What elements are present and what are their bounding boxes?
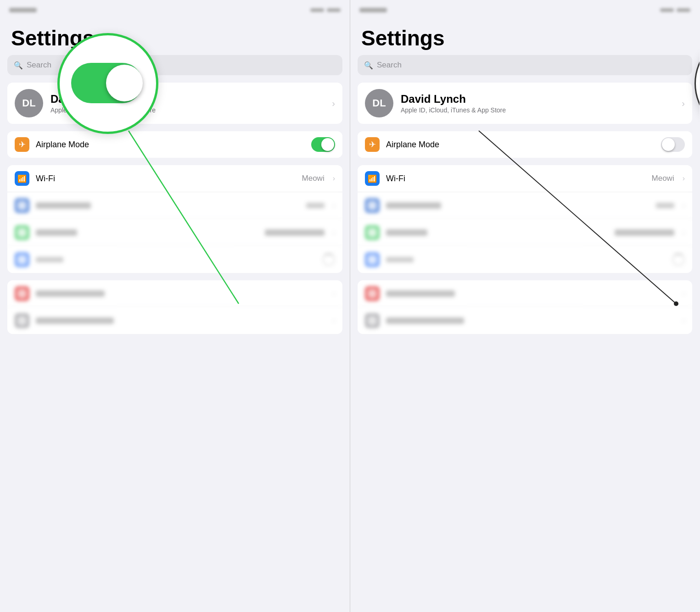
user-info-right: David Lynch Apple ID, iCloud, iTunes & A… [401,93,674,114]
status-bar-left [0,0,350,20]
blurred-row3-left [7,246,342,273]
blurred-row2-right: › [358,219,692,246]
wifi-icon-left: 📶 [15,171,29,186]
blurred-label1-left [36,202,91,209]
settings-title-left: Settings [0,20,350,55]
blurred-chev5-right: › [683,317,685,325]
blurred-row1-right: › [358,192,692,219]
blurred-val2-right [615,229,674,236]
time-blur-right [359,8,387,12]
blurred-icon1-left [15,198,29,213]
blurred-icon1-right [365,198,380,213]
blurred-icon2-right [365,225,380,240]
search-placeholder-left: Search [27,61,51,70]
blurred-icon3-left [15,252,29,267]
spinner-right [672,253,685,266]
airplane-label-left: Airplane Mode [36,140,305,150]
blurred-label1-right [386,202,441,209]
network-section-right: 📶 Wi-Fi Meowi › › [358,165,692,273]
airplane-glyph-right: ✈ [369,139,376,150]
user-chevron-left: › [332,98,335,109]
airplane-section-right: ✈ Airplane Mode [358,131,692,158]
comparison-page: Settings 🔍 Search DL David Lynch Apple I… [0,0,700,612]
blurred-row3-right [358,246,692,273]
spinner-left [322,253,335,266]
user-row-right[interactable]: DL David Lynch Apple ID, iCloud, iTunes … [358,83,692,124]
blurred-icon3-right [365,252,380,267]
status-bar-right [350,0,700,20]
user-name-right: David Lynch [401,93,674,106]
wifi-glyph-right: 📶 [368,174,377,183]
blurred-label5-right [386,317,464,324]
blurred-label3-left [36,257,63,262]
user-subtitle-right: Apple ID, iCloud, iTunes & App Store [401,106,674,114]
blurred-chev1-left: › [333,201,335,210]
search-bar-right[interactable]: 🔍 Search [358,55,692,75]
wifi-value-right: Meowi [652,174,674,183]
wifi-label-right: Wi-Fi [386,174,645,184]
airplane-icon-left: ✈ [15,137,29,152]
blurred-icon2-left [15,225,29,240]
airplane-section-left: ✈ Airplane Mode [7,131,342,158]
extra-section1-right: › › [358,280,692,334]
blurred-row5-right: › [358,307,692,334]
magnifier-circle-left [57,33,158,134]
blurred-chev2-right: › [683,228,685,237]
blurred-row2-left: › [7,219,342,246]
wifi-icon-right: 📶 [365,171,380,186]
blurred-val1-right [656,203,674,208]
blurred-val1-left [306,203,325,208]
airplane-toggle-right[interactable] [661,137,685,152]
wifi-glyph-left: 📶 [17,174,27,183]
airplane-toggle-left[interactable] [311,137,335,152]
wifi-chevron-right: › [683,174,685,183]
time-blur-left [9,8,37,12]
blurred-label2-left [36,229,77,236]
airplane-label-right: Airplane Mode [386,140,655,150]
network-section-left: 📶 Wi-Fi Meowi › › [7,165,342,273]
status-bar-right-info [310,8,341,12]
blurred-chev2-left: › [333,228,335,237]
toggle-knob-left [321,138,334,151]
battery-blur-left [327,8,341,12]
status-bar-left-info-right [359,8,387,12]
blurred-row5-left: › [7,307,342,334]
signal-blur-left [310,8,324,12]
airplane-icon-right: ✈ [365,137,380,152]
search-placeholder-right: Search [377,61,402,70]
airplane-row-right[interactable]: ✈ Airplane Mode [358,131,692,158]
blurred-label4-right [386,290,455,297]
wifi-chevron-left: › [333,174,335,183]
search-icon-left: 🔍 [14,61,23,70]
avatar-left: DL [15,89,43,117]
blurred-label5-left [36,317,114,324]
extra-section1-left: › › [7,280,342,334]
blurred-label4-left [36,290,105,297]
search-bar-left[interactable]: 🔍 Search [7,55,342,75]
blurred-icon4-right [365,286,380,301]
blurred-row1-left: › [7,192,342,219]
blurred-chev4-right: › [683,289,685,298]
blurred-chev4-left: › [333,289,335,298]
battery-blur-right [677,8,690,12]
left-phone-panel: Settings 🔍 Search DL David Lynch Apple I… [0,0,350,612]
toggle-knob-right [662,138,675,151]
search-icon-right: 🔍 [364,61,373,70]
avatar-right: DL [365,89,393,117]
status-bar-left-info [9,8,37,12]
right-phone-panel: Settings 🔍 Search DL David Lynch Apple I… [350,0,700,612]
signal-blur-right [660,8,674,12]
blurred-chev1-right: › [683,201,685,210]
blurred-row4-left: › [7,280,342,307]
airplane-row-left[interactable]: ✈ Airplane Mode [7,131,342,158]
blurred-val2-left [265,229,325,236]
blurred-icon4-left [15,286,29,301]
wifi-row-left[interactable]: 📶 Wi-Fi Meowi › [7,165,342,192]
blurred-row4-right: › [358,280,692,307]
wifi-row-right[interactable]: 📶 Wi-Fi Meowi › [358,165,692,192]
blurred-chev5-left: › [333,317,335,325]
blurred-label3-right [386,257,414,262]
wifi-value-left: Meowi [302,174,325,183]
wifi-label-left: Wi-Fi [36,174,296,184]
airplane-glyph-left: ✈ [19,139,26,150]
